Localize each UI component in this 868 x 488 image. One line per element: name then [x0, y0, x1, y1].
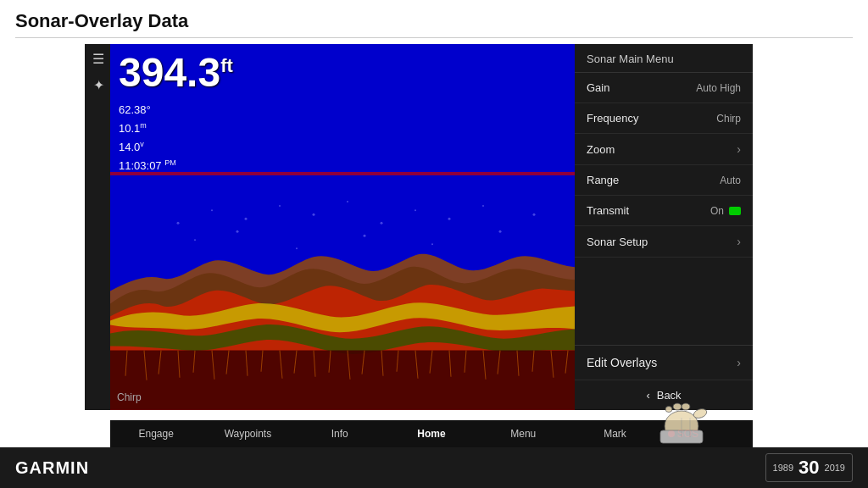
nav-engage[interactable]: Engage: [110, 424, 202, 443]
svg-point-4: [313, 214, 315, 216]
nav-home[interactable]: Home: [386, 424, 477, 443]
chirp-label: Chirp: [117, 391, 142, 403]
zoom-label: Zoom: [587, 143, 615, 156]
hand-svg: [648, 388, 715, 447]
side-panel: Sonar Main Menu Gain Auto High Frequency…: [575, 44, 753, 410]
svg-point-0: [177, 222, 180, 225]
svg-point-6: [381, 222, 383, 225]
side-readings: 62.38° 10.1m 14.0v 11:03:07 PM: [119, 102, 176, 175]
svg-point-14: [364, 235, 366, 237]
svg-point-1: [211, 209, 213, 211]
svg-point-15: [431, 243, 433, 245]
edit-overlays-chevron: ›: [737, 356, 741, 369]
menu-item-range[interactable]: Range Auto: [575, 165, 753, 196]
menu-item-transmit[interactable]: Transmit On: [575, 196, 753, 226]
reading-depth-m: 10.1m: [119, 119, 176, 138]
nav-info[interactable]: Info: [294, 424, 386, 443]
gain-label: Gain: [587, 81, 609, 94]
frequency-value: Chirp: [716, 113, 741, 125]
svg-point-11: [194, 239, 196, 241]
anniversary-badge: 1989 30 2019: [765, 453, 853, 482]
range-value: Auto: [720, 175, 741, 186]
nav-waypoints[interactable]: Waypoints: [202, 424, 293, 443]
transmit-indicator: [729, 207, 741, 215]
anniversary-end: 2019: [825, 463, 845, 473]
transmit-value: On: [710, 205, 741, 217]
svg-rect-17: [110, 172, 575, 175]
hand-pointer-decoration: [648, 388, 715, 447]
reading-temp: 62.38°: [119, 102, 176, 119]
sonar-canvas: 394.3ft 62.38° 10.1m 14.0v 11:03:07 PM: [110, 44, 575, 410]
page-title: Sonar-Overlay Data: [15, 10, 188, 32]
svg-point-7: [415, 209, 416, 211]
reading-voltage: 14.0v: [119, 138, 176, 157]
anniversary-start: 1989: [773, 463, 793, 473]
menu-item-gain[interactable]: Gain Auto High: [575, 73, 753, 103]
nav-menu[interactable]: Menu: [477, 424, 569, 443]
garmin-logo: GARMIN: [15, 458, 89, 478]
menu-item-zoom[interactable]: Zoom ›: [575, 134, 753, 165]
svg-point-8: [448, 218, 451, 220]
range-label: Range: [587, 174, 619, 186]
panel-header: Sonar Main Menu: [575, 44, 753, 73]
gain-value: Auto High: [696, 82, 741, 94]
depth-unit: ft: [220, 55, 233, 76]
svg-point-13: [296, 247, 298, 249]
svg-point-49: [665, 407, 672, 413]
svg-point-9: [482, 205, 484, 207]
svg-point-3: [279, 205, 281, 207]
svg-point-48: [673, 403, 682, 410]
sonar-display: 394.3ft 62.38° 10.1m 14.0v 11:03:07 PM: [110, 44, 575, 410]
svg-point-2: [245, 218, 248, 220]
hamburger-icon[interactable]: ☰: [92, 51, 104, 67]
sonar-setup-label: Sonar Setup: [587, 236, 648, 248]
edit-overlays-label: Edit Overlays: [587, 356, 657, 369]
depth-value: 394.3: [119, 50, 220, 95]
transmit-label: Transmit: [587, 204, 629, 217]
svg-point-12: [236, 230, 239, 233]
svg-point-10: [533, 214, 536, 216]
title-divider: [15, 37, 853, 38]
spacer: [575, 258, 753, 345]
bottom-bar: GARMIN 1989 30 2019: [0, 447, 868, 488]
frequency-label: Frequency: [587, 112, 638, 125]
svg-point-16: [499, 230, 502, 233]
sonar-terrain-svg: [110, 172, 575, 410]
sonar-setup-chevron: ›: [737, 235, 741, 248]
left-toolbar: ☰ ✦: [85, 44, 112, 410]
svg-point-5: [347, 201, 348, 202]
zoom-chevron: ›: [737, 142, 741, 156]
depth-reading: 394.3ft: [119, 53, 233, 93]
menu-item-frequency[interactable]: Frequency Chirp: [575, 103, 753, 134]
edit-overlays-button[interactable]: Edit Overlays ›: [575, 346, 753, 380]
menu-item-sonar-setup[interactable]: Sonar Setup ›: [575, 226, 753, 258]
star-icon[interactable]: ✦: [93, 77, 104, 93]
svg-point-47: [682, 403, 690, 410]
anniversary-number: 30: [798, 457, 819, 479]
